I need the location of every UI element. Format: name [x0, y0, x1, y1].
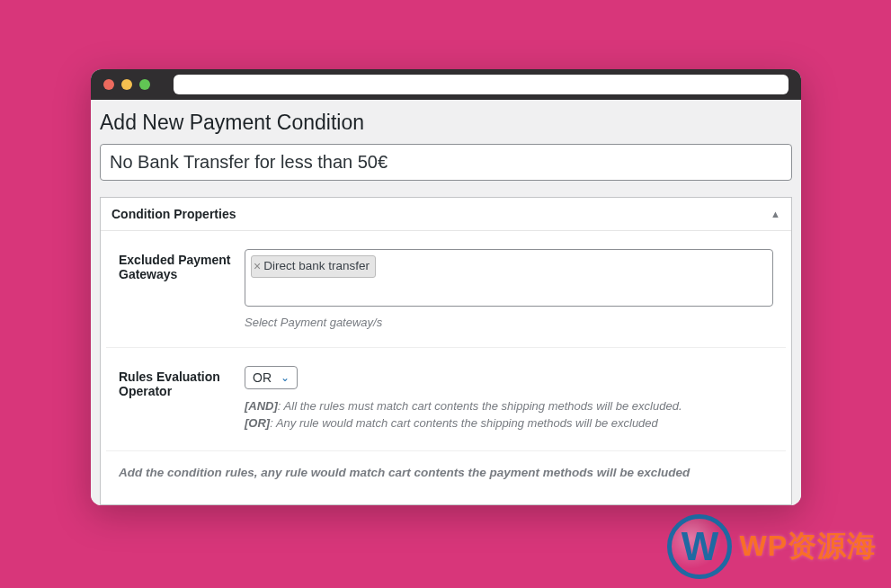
page-content: Add New Payment Condition Condition Prop…: [91, 100, 801, 505]
operator-row: Rules Evaluation Operator OR ⌄ [AND]: Al…: [106, 348, 786, 451]
wordpress-logo-icon: W: [667, 514, 732, 579]
excluded-gateways-label: Excluded Payment Gateways: [119, 249, 245, 329]
operator-value: OR: [253, 370, 272, 385]
or-text: : Any rule would match cart contents the…: [270, 416, 658, 430]
chevron-down-icon: ⌄: [281, 371, 290, 384]
maximize-window-button[interactable]: [139, 79, 150, 90]
logo-letter: W: [682, 524, 719, 569]
minimize-window-button[interactable]: [121, 79, 132, 90]
panel-title: Condition Properties: [111, 207, 236, 221]
condition-title-input[interactable]: [100, 144, 792, 181]
footer-note: Add the condition rules, any rule would …: [101, 451, 791, 504]
gateway-tag: × Direct bank transfer: [251, 255, 376, 278]
condition-properties-panel: Condition Properties ▲ Excluded Payment …: [100, 197, 792, 505]
address-bar[interactable]: [174, 75, 789, 94]
and-text: : All the rules must match cart contents…: [278, 399, 682, 413]
excluded-gateways-help: Select Payment gateway/s: [245, 316, 773, 329]
or-key: [OR]: [245, 416, 270, 430]
operator-label: Rules Evaluation Operator: [119, 366, 245, 432]
close-window-button[interactable]: [103, 79, 114, 90]
and-key: [AND]: [245, 399, 278, 413]
panel-header[interactable]: Condition Properties ▲: [101, 198, 791, 231]
remove-tag-icon[interactable]: ×: [254, 257, 261, 276]
app-window: Add New Payment Condition Condition Prop…: [91, 69, 801, 505]
page-title: Add New Payment Condition: [91, 100, 801, 144]
excluded-gateways-row: Excluded Payment Gateways × Direct bank …: [106, 231, 786, 348]
excluded-gateways-input[interactable]: × Direct bank transfer: [245, 249, 773, 307]
collapse-icon: ▲: [771, 209, 780, 219]
operator-select[interactable]: OR ⌄: [245, 366, 298, 389]
gateway-tag-label: Direct bank transfer: [263, 257, 370, 275]
window-titlebar: [91, 69, 801, 100]
watermark-text: WP资源海: [739, 527, 877, 566]
watermark: W WP资源海: [667, 514, 877, 579]
operator-description: [AND]: All the rules must match cart con…: [245, 398, 773, 432]
